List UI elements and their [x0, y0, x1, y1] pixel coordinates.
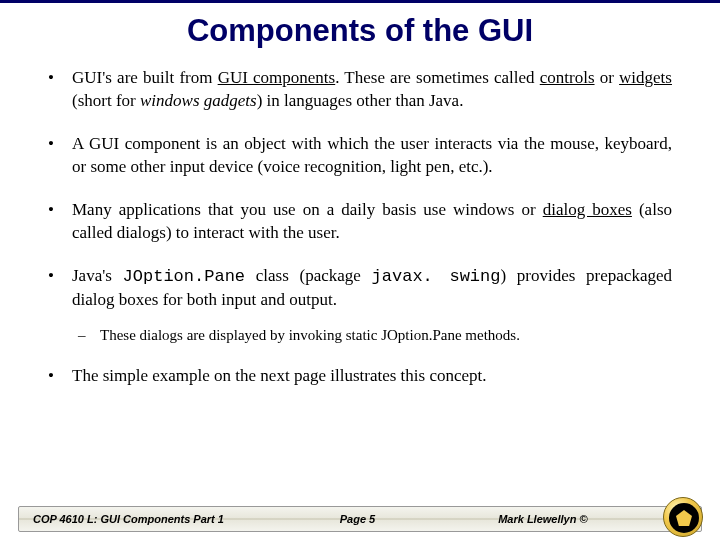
italic-windows-gadgets: windows gadgets — [140, 91, 257, 110]
text: . These are sometimes called — [335, 68, 540, 87]
footer-course: COP 4610 L: GUI Components Part 1 — [33, 513, 280, 525]
bullet-4: Java's JOption.Pane class (package javax… — [48, 265, 672, 345]
content-area: GUI's are built from GUI components. The… — [0, 67, 720, 388]
code-joptionpane: JOption.Pane — [123, 267, 245, 286]
underline-controls: controls — [540, 68, 595, 87]
code-javax-swing: javax. swing — [372, 267, 501, 286]
top-border — [0, 0, 720, 3]
text: The simple example on the next page illu… — [72, 366, 487, 385]
text: These dialogs are displayed by invoking … — [100, 327, 520, 343]
text: A GUI component is an object with which … — [72, 134, 672, 176]
underline-widgets: widgets — [619, 68, 672, 87]
text: (short for — [72, 91, 140, 110]
underline-gui-components: GUI components — [218, 68, 336, 87]
bullet-5: The simple example on the next page illu… — [48, 365, 672, 388]
footer-page: Page 5 — [280, 513, 435, 525]
footer: COP 4610 L: GUI Components Part 1 Page 5… — [0, 506, 720, 532]
bullet-list: GUI's are built from GUI components. The… — [48, 67, 672, 388]
ucf-logo-icon — [663, 497, 703, 537]
sub-bullet-1: These dialogs are displayed by invoking … — [78, 326, 672, 346]
text: ) in languages other than Java. — [257, 91, 464, 110]
slide-title: Components of the GUI — [0, 13, 720, 49]
bullet-2: A GUI component is an object with which … — [48, 133, 672, 179]
footer-bar: COP 4610 L: GUI Components Part 1 Page 5… — [18, 506, 702, 532]
bullet-3: Many applications that you use on a dail… — [48, 199, 672, 245]
text: Java's — [72, 266, 123, 285]
underline-dialog-boxes: dialog boxes — [543, 200, 632, 219]
text: class (package — [245, 266, 372, 285]
footer-author: Mark Llewellyn © — [435, 513, 687, 525]
sub-list: These dialogs are displayed by invoking … — [72, 326, 672, 346]
text: GUI's are built from — [72, 68, 218, 87]
bullet-1: GUI's are built from GUI components. The… — [48, 67, 672, 113]
text: Many applications that you use on a dail… — [72, 200, 543, 219]
text: or — [595, 68, 620, 87]
